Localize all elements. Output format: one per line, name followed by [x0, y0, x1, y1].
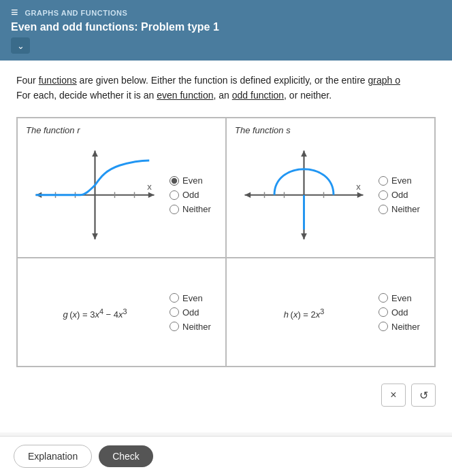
label-h-odd: Odd [391, 307, 408, 318]
radio-r-odd[interactable] [170, 190, 179, 200]
option-r-even[interactable]: Even [170, 175, 217, 186]
chevron-down-icon: ⌄ [17, 41, 25, 51]
option-g-odd[interactable]: Odd [170, 307, 217, 318]
radio-g-odd[interactable] [170, 307, 179, 317]
undo-button[interactable]: ↺ [411, 384, 436, 407]
label-r-neither: Neither [182, 204, 211, 214]
option-r-odd[interactable]: Odd [170, 190, 217, 200]
functions-grid: The function r [16, 117, 436, 368]
cell-s-title: The function s [235, 125, 426, 135]
formula-h-text: h (x) = 2x3 [284, 307, 325, 320]
label-g-even: Even [182, 293, 203, 303]
radio-s-neither[interactable] [378, 205, 388, 214]
radio-r-even[interactable] [170, 176, 179, 186]
svg-text:x: x [356, 182, 361, 192]
formula-g-display: g (x) = 3x4 − 4x3 [26, 265, 164, 359]
formula-g-text: g (x) = 3x4 − 4x3 [63, 307, 127, 320]
problem-text: Four functions are given below. Either t… [16, 73, 436, 103]
svg-marker-12 [357, 192, 364, 198]
graph-s: x [235, 139, 373, 251]
options-s: Even Odd Neither [378, 139, 426, 251]
option-h-even[interactable]: Even [378, 293, 426, 303]
footer-bar: Explanation Check [0, 436, 452, 476]
option-s-neither[interactable]: Neither [378, 204, 426, 214]
problem-line2: For each, decide whether it is an even f… [16, 90, 332, 101]
cell-r-title: The function r [26, 125, 217, 135]
cell-function-g: g (x) = 3x4 − 4x3 Even Odd [17, 258, 226, 367]
radio-g-neither[interactable] [170, 322, 179, 331]
svg-marker-15 [245, 192, 251, 198]
svg-marker-3 [92, 150, 98, 156]
label-g-neither: Neither [182, 322, 211, 332]
radio-s-even[interactable] [378, 176, 388, 186]
problem-line1: Four functions are given below. Either t… [16, 75, 400, 86]
options-r: Even Odd Neither [170, 139, 217, 251]
radio-g-even[interactable] [170, 293, 179, 303]
main-content: Four functions are given below. Either t… [0, 61, 452, 432]
options-h: Even Odd Neither [378, 265, 426, 359]
option-g-even[interactable]: Even [170, 293, 217, 303]
radio-h-neither[interactable] [378, 322, 388, 331]
label-s-odd: Odd [391, 190, 408, 200]
option-s-even[interactable]: Even [378, 175, 426, 186]
radio-h-odd[interactable] [378, 307, 388, 317]
option-h-odd[interactable]: Odd [378, 307, 426, 318]
graph-r: x [26, 139, 164, 251]
action-buttons-row: × ↺ [16, 378, 436, 412]
option-h-neither[interactable]: Neither [378, 322, 426, 332]
option-r-neither[interactable]: Neither [170, 204, 217, 214]
svg-marker-14 [301, 150, 307, 156]
label-s-even: Even [391, 175, 412, 186]
check-button[interactable]: Check [99, 445, 153, 467]
hamburger-icon[interactable]: ≡ [11, 5, 18, 20]
cell-function-h: h (x) = 2x3 Even Odd [226, 258, 435, 367]
svg-text:x: x [147, 182, 152, 192]
radio-h-even[interactable] [378, 293, 388, 303]
formula-h-display: h (x) = 2x3 [235, 265, 373, 359]
cell-function-s: The function s [226, 118, 435, 258]
option-s-odd[interactable]: Odd [378, 190, 426, 200]
label-r-even: Even [182, 175, 203, 186]
header: ≡ GRAPHS AND FUNCTIONS Even and odd func… [0, 0, 452, 61]
label-h-even: Even [391, 293, 412, 303]
radio-s-odd[interactable] [378, 190, 388, 200]
label-h-neither: Neither [391, 322, 420, 332]
close-button[interactable]: × [381, 384, 406, 407]
label-g-odd: Odd [182, 307, 199, 318]
svg-marker-16 [301, 233, 307, 239]
radio-r-neither[interactable] [170, 205, 179, 214]
cell-function-r: The function r [17, 118, 226, 258]
svg-marker-1 [148, 192, 155, 198]
header-title: Even and odd functions: Problem type 1 [11, 21, 441, 33]
svg-marker-5 [92, 233, 98, 239]
chevron-down-button[interactable]: ⌄ [11, 37, 30, 54]
header-category: GRAPHS AND FUNCTIONS [25, 9, 128, 17]
explanation-button[interactable]: Explanation [14, 445, 92, 468]
label-r-odd: Odd [182, 190, 199, 200]
option-g-neither[interactable]: Neither [170, 322, 217, 332]
label-s-neither: Neither [391, 204, 420, 214]
options-g: Even Odd Neither [170, 265, 217, 359]
